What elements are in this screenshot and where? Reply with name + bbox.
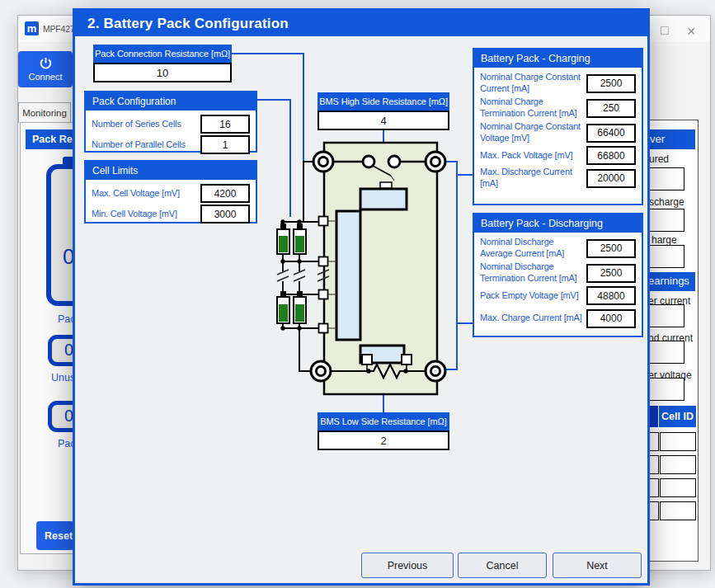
connect-label: Connect [29, 72, 63, 82]
charging-title: Battery Pack - Charging [474, 49, 642, 68]
pack-configuration-title: Pack Configuration [86, 92, 256, 111]
max-cell-voltage-label: Max. Cell Voltage [mV] [92, 188, 180, 200]
discharge-avg-label: Nominal Discharge Average Current [mA] [480, 237, 586, 260]
charge-term-label: Nominal Charge Termination Current [mA] [480, 96, 586, 120]
bms-high-side-header: BMS High Side Resistance [mΩ] [318, 92, 449, 111]
pack-configuration-group: Pack Configuration Number of Series Cell… [84, 91, 257, 153]
charge-term-input[interactable]: 250 [586, 99, 636, 118]
dialog-titlebar: 2. Battery Pack Configuration [75, 11, 647, 36]
parallel-cells-label: Number of Parallel Cells [92, 139, 186, 151]
max-discharge-current-input[interactable]: 20000 [586, 169, 636, 188]
min-cell-voltage-label: Min. Cell Voltage [mV] [92, 209, 177, 220]
table-cell[interactable] [660, 501, 696, 520]
close-icon[interactable]: ✕ [684, 24, 698, 39]
afe-ic [336, 211, 360, 340]
pack-connection-resistance-header: Pack Connection Resistance [mΩ] [93, 45, 232, 63]
cancel-button[interactable]: Cancel [458, 553, 547, 578]
max-discharge-current-label: Max. Discharge Current [mA] [480, 167, 586, 190]
table-cell[interactable] [660, 478, 696, 497]
discharging-group: Battery Pack - Discharging Nominal Disch… [473, 213, 643, 337]
discharging-title: Battery Pack - Discharging [474, 214, 642, 233]
right-label-2: scharge [649, 196, 684, 208]
min-cell-voltage-input[interactable]: 3000 [200, 205, 250, 223]
discharge-avg-input[interactable]: 2500 [586, 239, 636, 258]
cell-limits-group: Cell Limits Max. Cell Voltage [mV] 4200 … [84, 160, 257, 223]
cell-id-header: Cell ID [659, 406, 696, 427]
right-label-3: harge [651, 234, 677, 246]
connector-line [232, 53, 304, 54]
discharge-term-label: Nominal Discharge Termination Current [m… [480, 261, 586, 285]
right-label-1: ured [649, 153, 669, 165]
charging-group: Battery Pack - Charging Nominal Charge C… [473, 48, 643, 205]
max-charge-current-input[interactable]: 4000 [586, 309, 636, 328]
series-cells-label: Number of Series Cells [92, 119, 181, 130]
cell-limits-title: Cell Limits [86, 162, 256, 180]
next-button[interactable]: Next [553, 553, 642, 578]
pack-empty-voltage-input[interactable]: 48800 [586, 286, 636, 305]
bms-low-side-input[interactable]: 2 [318, 430, 449, 450]
reset-button[interactable]: Reset I [36, 521, 74, 550]
max-pack-voltage-label: Max. Pack Voltage [mV] [480, 150, 586, 162]
discharge-term-input[interactable]: 2500 [586, 264, 636, 283]
right-panel-header-2-text: earnings [648, 275, 689, 287]
connector-line [257, 99, 291, 101]
max-charge-current-label: Max. Charge Current [mA] [480, 313, 586, 324]
connect-button[interactable]: Connect [18, 51, 73, 87]
max-pack-voltage-input[interactable]: 66800 [586, 146, 636, 165]
pack-empty-voltage-label: Pack Empty Voltage [mV] [480, 290, 586, 302]
dialog-title: 2. Battery Pack Configuration [87, 16, 289, 32]
right-panel-header-1-text: ver [650, 133, 665, 145]
bms-high-side-input[interactable]: 4 [318, 111, 449, 130]
charge-cv-label: Nominal Charge Constant Voltage [mV] [480, 121, 586, 144]
break-marks [277, 270, 329, 281]
bms-low-side-header: BMS Low Side Resistance [mΩ] [318, 412, 449, 430]
pack-readings-header: Pack Re [26, 129, 75, 149]
pack-connection-resistance-input[interactable]: 10 [93, 63, 232, 82]
max-cell-voltage-input[interactable]: 4200 [200, 184, 250, 203]
charge-cc-label: Nominal Charge Constant Current [mA] [480, 72, 586, 95]
table-cell[interactable] [660, 455, 696, 474]
maximize-icon[interactable] [661, 26, 669, 35]
parallel-cells-input[interactable]: 1 [200, 135, 250, 154]
previous-button[interactable]: Previous [361, 553, 454, 578]
charge-cv-input[interactable]: 66400 [586, 124, 636, 143]
desktop: m MPF4279 ✕ Connect Monitoring Pack Re 0… [0, 0, 715, 588]
power-icon [40, 57, 52, 69]
battery-pack-diagram [272, 136, 470, 400]
tab-monitoring[interactable]: Monitoring [18, 102, 71, 123]
highside-fet [360, 189, 407, 209]
charge-cc-input[interactable]: 2500 [586, 74, 636, 93]
table-cell[interactable] [660, 432, 696, 451]
series-cells-input[interactable]: 16 [200, 115, 250, 134]
app-logo: m [25, 21, 39, 35]
